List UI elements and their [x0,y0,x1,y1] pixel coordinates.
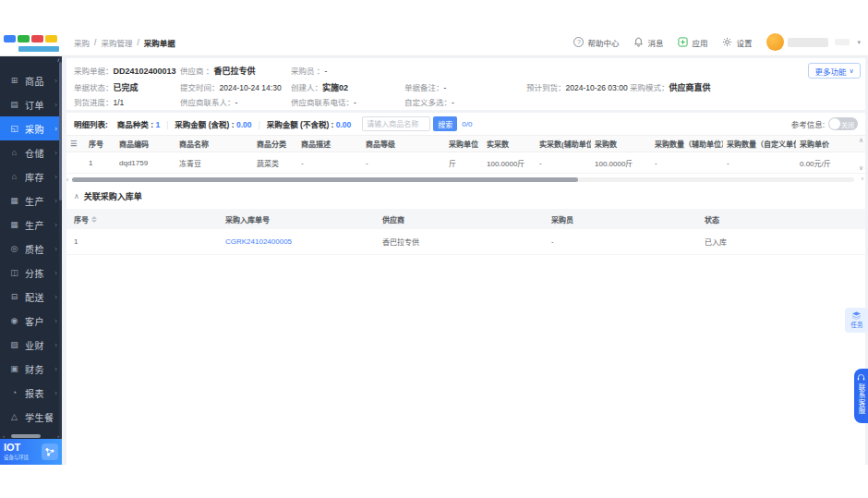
chevron-right-icon: › [54,197,57,205]
reference-info-toggle[interactable]: 关闭 [828,117,858,130]
brand-logo [4,33,59,54]
iot-device-icon [42,443,58,460]
sidebar-item-finance[interactable]: ▣财务› [0,357,62,381]
sorting-icon: ◫ [8,268,20,277]
amount-untaxed-stat: 采购金额 (不含税) : 0.00 [267,118,352,129]
col-inbound-supplier: 供应商 [375,209,544,229]
task-floating-button[interactable]: 任务 [845,308,868,333]
inbound-table-row[interactable]: 1 CGRK24102400005 香巴拉专供 - 已入库 [66,229,865,255]
reference-info-group: 参考信息: 关闭 [791,117,858,130]
hscrollbar-thumb[interactable] [72,177,578,182]
sidebar-item-customer[interactable]: ◉客户› [0,309,62,333]
sidebar-hscrollbar: ‹ › [0,432,62,439]
product-search-input[interactable] [362,116,430,131]
customer-icon: ◉ [8,316,20,325]
sidebar-item-reports[interactable]: ◔报表› [0,381,62,405]
sidebar-item-production[interactable]: ▦生产› [0,188,62,213]
sidebar-item-quality[interactable]: ◎质检› [0,237,62,261]
sidebar-hscrollbar-thumb[interactable] [11,434,41,438]
creator-value: 实施02 [322,83,348,92]
breadcrumb: 采购 / 采购管理 / 采购单据 [74,28,175,56]
settings-button[interactable]: 设置 [722,37,752,48]
col-inbound-seq: 序号 [66,209,218,229]
table-scroll-up-icon[interactable]: ∧ [859,137,863,144]
sidebar-item-purchase[interactable]: ◱采购› [0,116,62,140]
items-table: ☰ 序号 商品编码 商品名称 商品分类 商品描述 商品等级 采购单位 实采数 实… [66,135,865,174]
warehouse-icon: ⌂ [8,148,20,157]
sidebar-item-business-finance[interactable]: ▨业财› [0,333,62,357]
supplier-contact-value: - [235,98,238,107]
messages-button[interactable]: 消息 [633,37,663,48]
chevron-right-icon: › [54,149,57,157]
col-purchase-qty: 采购数 [591,136,651,152]
apps-button[interactable]: 应用 [678,37,707,48]
scroll-left-icon[interactable]: ‹ [0,433,7,439]
table-scroll-down-icon[interactable]: ∨ [859,164,863,172]
chevron-right-icon: › [54,293,57,301]
cell-actual-qty: 100.0000斤 [483,152,536,173]
doc-status-value: 已完成 [114,83,139,92]
col-seq: 序号 [85,136,115,152]
buyer-value: - [324,67,327,76]
search-button[interactable]: 搜索 [433,116,457,131]
supplier-phone-value: - [354,98,356,107]
doc-number-value: DD24102400013 [114,67,176,76]
sort-icon[interactable] [91,216,97,223]
hscrollbar-track[interactable] [72,177,854,182]
customer-service-tab[interactable]: 联系客服 [854,369,868,423]
table-scroll-right-icon[interactable]: › [862,176,863,182]
app-window: 采购 / 采购管理 / 采购单据 ? 帮助中心 消息 应用 设置 [0,28,868,465]
chevron-right-icon: › [54,77,57,85]
reference-info-label: 参考信息: [791,118,825,129]
headset-icon [857,373,865,382]
inbound-order-link[interactable]: CGRK24102400005 [225,237,292,246]
sidebar-item-warehouse[interactable]: ⌂仓储› [0,140,62,164]
chevron-right-icon: › [54,341,57,349]
chevron-right-icon: › [54,317,57,325]
chevron-right-icon: › [54,221,57,229]
sidebar-item-sorting[interactable]: ◫分拣› [0,261,62,285]
table-settings-icon[interactable]: ☰ [70,140,77,148]
user-menu[interactable]: ▾ [766,33,861,51]
doc-number-label: 采购单据： [74,67,114,76]
iot-title: IOT [4,443,31,453]
arrival-progress-value: 1/1 [114,98,125,107]
collapse-icon: ∧ [74,192,79,200]
layers-icon [851,311,862,320]
sidebar-item-goods[interactable]: ⊞商品› [0,68,62,92]
breadcrumb-separator: / [94,38,96,47]
cell-purchase-qty-custom: - [723,152,796,173]
scroll-right-icon[interactable]: › [54,433,62,439]
linked-inbound-title: 关联采购入库单 [84,190,142,202]
help-center-button[interactable]: ? 帮助中心 [573,37,619,48]
sidebar-item-production-2[interactable]: ▦生产› [0,213,62,237]
items-table-row[interactable]: 1 dqd1759 冻青豆 蔬菜类 - - 斤 100.0000斤 - 100.… [66,152,865,174]
quality-icon: ◎ [8,244,20,253]
search-result-counter: 0/0 [462,120,472,128]
cell-purchase-qty-aux: - [651,152,723,173]
amount-taxed-stat: 采购金额 (含税) : 0.00| [175,118,266,129]
avatar [766,33,784,51]
more-functions-button[interactable]: 更多功能 ∨ [808,63,861,79]
cell-seq: 1 [85,152,115,173]
col-inbound-status: 状态 [697,209,865,229]
cell-product-name: 冻青豆 [175,152,253,173]
iot-banner[interactable]: IOT 设备与环境 [0,439,62,465]
breadcrumb-purchase-mgmt[interactable]: 采购管理 [101,37,132,48]
chevron-down-icon: ∨ [849,67,853,75]
business-finance-icon: ▨ [8,340,20,349]
submit-time-value: 2024-10-24 14:30 [220,83,282,92]
expected-arrival-value: 2024-10-26 03:00 [566,83,628,92]
breadcrumb-purchase[interactable]: 采购 [74,37,90,48]
inbound-table-header: 序号 采购入库单号 供应商 采购员 状态 [66,209,865,229]
col-product-code: 商品编码 [115,136,175,152]
cell-actual-qty-aux: - [536,152,591,173]
sidebar-item-student-meal[interactable]: △学生餐 [0,405,62,429]
linked-inbound-section-header[interactable]: ∧ 关联采购入库单 [74,190,142,202]
breadcrumb-separator: / [137,38,139,47]
detail-toolbar: 明细列表: 商品种类 : 1| 采购金额 (含税) : 0.00| 采购金额 (… [66,113,865,135]
sidebar-item-inventory[interactable]: ⌂库存› [0,164,62,188]
sidebar-item-orders[interactable]: ▤订单› [0,92,62,116]
sidebar-item-delivery[interactable]: ⊟配送› [0,285,62,309]
logo-block-red [31,35,43,43]
